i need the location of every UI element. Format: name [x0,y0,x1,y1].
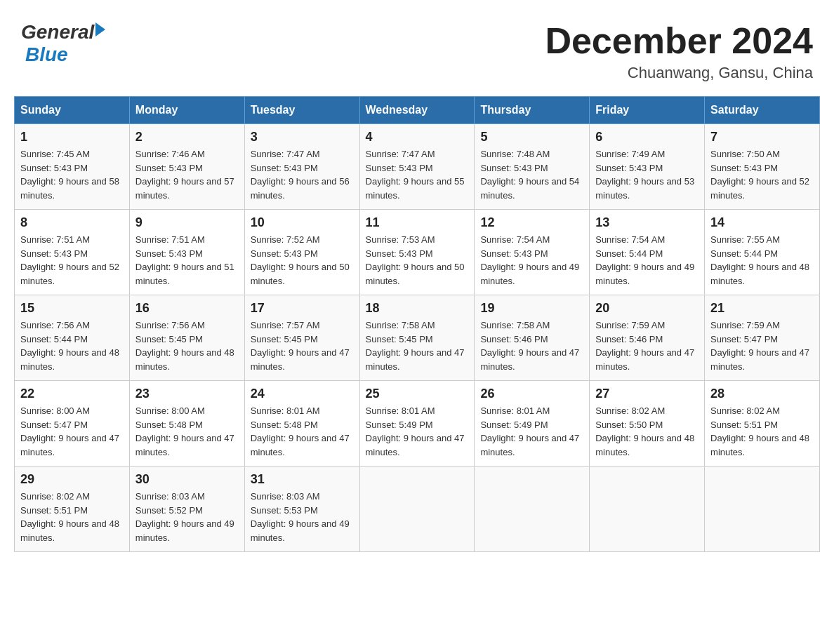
day-number: 20 [595,301,699,316]
day-number: 21 [710,301,814,316]
day-cell: 21 Sunrise: 7:59 AMSunset: 5:47 PMDaylig… [705,295,820,381]
logo-blue-text: Blue [25,43,68,65]
day-number: 8 [20,215,124,230]
day-number: 16 [135,301,239,316]
day-number: 2 [135,130,239,145]
day-info: Sunrise: 7:49 AMSunset: 5:43 PMDaylight:… [595,147,699,202]
day-info: Sunrise: 7:47 AMSunset: 5:43 PMDaylight:… [366,147,469,202]
day-number: 15 [20,301,124,316]
day-number: 22 [20,387,124,401]
header-sunday: Sunday [15,97,130,124]
day-cell: 25 Sunrise: 8:01 AMSunset: 5:49 PMDaylig… [359,381,475,467]
calendar-title: December 2024 [545,21,813,61]
day-info: Sunrise: 7:54 AMSunset: 5:43 PMDaylight:… [480,233,583,288]
day-cell: 27 Sunrise: 8:02 AMSunset: 5:50 PMDaylig… [590,381,705,467]
day-info: Sunrise: 8:00 AMSunset: 5:47 PMDaylight:… [20,404,124,459]
day-cell [590,467,705,552]
day-info: Sunrise: 7:58 AMSunset: 5:46 PMDaylight:… [480,318,583,373]
day-info: Sunrise: 7:54 AMSunset: 5:44 PMDaylight:… [595,233,699,288]
day-info: Sunrise: 7:52 AMSunset: 5:43 PMDaylight:… [251,233,354,288]
day-info: Sunrise: 7:56 AMSunset: 5:44 PMDaylight:… [20,318,124,373]
day-info: Sunrise: 7:50 AMSunset: 5:43 PMDaylight:… [710,147,814,202]
day-cell: 19 Sunrise: 7:58 AMSunset: 5:46 PMDaylig… [475,295,590,381]
day-cell: 5 Sunrise: 7:48 AMSunset: 5:43 PMDayligh… [475,124,590,210]
week-row-1: 1 Sunrise: 7:45 AMSunset: 5:43 PMDayligh… [15,124,820,210]
day-number: 12 [480,215,583,230]
day-number: 18 [366,301,469,316]
day-number: 4 [366,130,469,145]
day-number: 5 [480,130,583,145]
day-number: 11 [366,215,469,230]
day-cell: 23 Sunrise: 8:00 AMSunset: 5:48 PMDaylig… [129,381,244,467]
day-info: Sunrise: 8:01 AMSunset: 5:49 PMDaylight:… [480,404,583,459]
day-number: 1 [20,130,124,145]
day-cell: 11 Sunrise: 7:53 AMSunset: 5:43 PMDaylig… [359,210,475,295]
day-number: 10 [251,215,354,230]
weekday-header-row: Sunday Monday Tuesday Wednesday Thursday… [15,97,820,124]
day-info: Sunrise: 8:03 AMSunset: 5:53 PMDaylight:… [251,490,354,544]
day-cell: 17 Sunrise: 7:57 AMSunset: 5:45 PMDaylig… [244,295,359,381]
logo-blue-part [94,28,105,36]
header-monday: Monday [129,97,244,124]
header-tuesday: Tuesday [244,97,359,124]
day-info: Sunrise: 8:02 AMSunset: 5:51 PMDaylight:… [20,490,124,544]
day-cell: 30 Sunrise: 8:03 AMSunset: 5:52 PMDaylig… [129,467,244,552]
day-number: 17 [251,301,354,316]
day-cell: 22 Sunrise: 8:00 AMSunset: 5:47 PMDaylig… [15,381,130,467]
day-cell: 29 Sunrise: 8:02 AMSunset: 5:51 PMDaylig… [15,467,130,552]
day-info: Sunrise: 7:53 AMSunset: 5:43 PMDaylight:… [366,233,469,288]
header-friday: Friday [590,97,705,124]
day-cell: 3 Sunrise: 7:47 AMSunset: 5:43 PMDayligh… [244,124,359,210]
day-info: Sunrise: 8:02 AMSunset: 5:50 PMDaylight:… [595,404,699,459]
day-number: 7 [710,130,814,145]
day-number: 28 [710,387,814,401]
day-info: Sunrise: 8:02 AMSunset: 5:51 PMDaylight:… [710,404,814,459]
day-number: 29 [20,472,124,487]
day-cell: 13 Sunrise: 7:54 AMSunset: 5:44 PMDaylig… [590,210,705,295]
logo-general-text: General [21,21,94,43]
day-cell [705,467,820,552]
day-cell: 2 Sunrise: 7:46 AMSunset: 5:43 PMDayligh… [129,124,244,210]
calendar-table: Sunday Monday Tuesday Wednesday Thursday… [14,96,820,552]
day-cell: 26 Sunrise: 8:01 AMSunset: 5:49 PMDaylig… [475,381,590,467]
day-info: Sunrise: 7:55 AMSunset: 5:44 PMDaylight:… [710,233,814,288]
day-cell: 12 Sunrise: 7:54 AMSunset: 5:43 PMDaylig… [475,210,590,295]
day-info: Sunrise: 7:51 AMSunset: 5:43 PMDaylight:… [20,233,124,288]
day-number: 31 [251,472,354,487]
day-cell: 10 Sunrise: 7:52 AMSunset: 5:43 PMDaylig… [244,210,359,295]
day-number: 6 [595,130,699,145]
day-info: Sunrise: 8:00 AMSunset: 5:48 PMDaylight:… [135,404,239,459]
week-row-3: 15 Sunrise: 7:56 AMSunset: 5:44 PMDaylig… [15,295,820,381]
day-number: 30 [135,472,239,487]
day-cell: 20 Sunrise: 7:59 AMSunset: 5:46 PMDaylig… [590,295,705,381]
day-cell [475,467,590,552]
header-thursday: Thursday [475,97,590,124]
day-info: Sunrise: 7:57 AMSunset: 5:45 PMDaylight:… [251,318,354,373]
day-info: Sunrise: 7:56 AMSunset: 5:45 PMDaylight:… [135,318,239,373]
day-info: Sunrise: 7:59 AMSunset: 5:46 PMDaylight:… [595,318,699,373]
day-info: Sunrise: 7:46 AMSunset: 5:43 PMDaylight:… [135,147,239,202]
logo: General Blue [21,21,105,66]
day-info: Sunrise: 8:01 AMSunset: 5:49 PMDaylight:… [366,404,469,459]
day-cell: 15 Sunrise: 7:56 AMSunset: 5:44 PMDaylig… [15,295,130,381]
day-info: Sunrise: 7:45 AMSunset: 5:43 PMDaylight:… [20,147,124,202]
day-cell: 8 Sunrise: 7:51 AMSunset: 5:43 PMDayligh… [15,210,130,295]
day-number: 26 [480,387,583,401]
day-cell: 16 Sunrise: 7:56 AMSunset: 5:45 PMDaylig… [129,295,244,381]
day-info: Sunrise: 7:59 AMSunset: 5:47 PMDaylight:… [710,318,814,373]
day-info: Sunrise: 7:47 AMSunset: 5:43 PMDaylight:… [251,147,354,202]
day-cell: 7 Sunrise: 7:50 AMSunset: 5:43 PMDayligh… [705,124,820,210]
day-cell: 28 Sunrise: 8:02 AMSunset: 5:51 PMDaylig… [705,381,820,467]
day-number: 23 [135,387,239,401]
day-cell: 1 Sunrise: 7:45 AMSunset: 5:43 PMDayligh… [15,124,130,210]
day-cell: 14 Sunrise: 7:55 AMSunset: 5:44 PMDaylig… [705,210,820,295]
week-row-4: 22 Sunrise: 8:00 AMSunset: 5:47 PMDaylig… [15,381,820,467]
day-number: 13 [595,215,699,230]
week-row-5: 29 Sunrise: 8:02 AMSunset: 5:51 PMDaylig… [15,467,820,552]
day-number: 24 [251,387,354,401]
day-cell: 24 Sunrise: 8:01 AMSunset: 5:48 PMDaylig… [244,381,359,467]
day-number: 19 [480,301,583,316]
day-cell: 18 Sunrise: 7:58 AMSunset: 5:45 PMDaylig… [359,295,475,381]
day-cell: 6 Sunrise: 7:49 AMSunset: 5:43 PMDayligh… [590,124,705,210]
header-saturday: Saturday [705,97,820,124]
